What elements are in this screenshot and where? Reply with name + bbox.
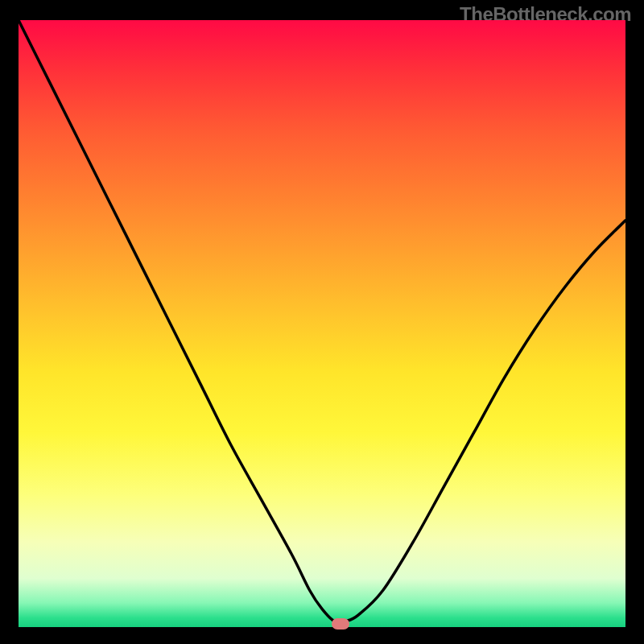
optimum-marker bbox=[332, 618, 349, 630]
bottleneck-curve-path bbox=[19, 20, 625, 622]
plot-area bbox=[19, 20, 625, 627]
curve-svg bbox=[19, 20, 625, 627]
chart-frame: TheBottleneck.com bbox=[0, 0, 644, 644]
